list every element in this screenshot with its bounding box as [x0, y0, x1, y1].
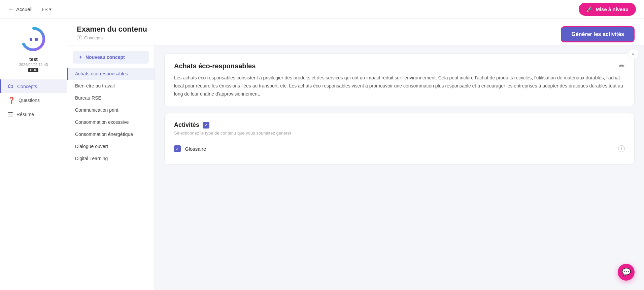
svg-rect-2: [35, 38, 38, 41]
activities-subtitle: Sélectionnez le type de contenu que vous…: [174, 131, 625, 136]
language-selector[interactable]: FR ▾: [42, 7, 51, 12]
body-split: ＋ Nouveau concept Achats éco-responsable…: [67, 45, 644, 290]
glossaire-label: Glossaire: [185, 146, 206, 152]
lang-label: FR: [42, 7, 47, 12]
concept-text: Les achats éco-responsables consistent à…: [174, 74, 625, 98]
info-icon: i: [77, 35, 82, 40]
chat-icon: 💬: [622, 268, 631, 277]
activities-checkbox[interactable]: ✓: [203, 122, 209, 129]
concept-item-consommation-excessive[interactable]: Consommation excessive: [67, 116, 155, 128]
rocket-icon: 🚀: [586, 6, 593, 12]
back-label: Accueil: [16, 6, 32, 12]
chevron-left-icon: «: [632, 51, 635, 57]
svg-rect-1: [30, 38, 32, 41]
chevron-down-icon: ▾: [49, 7, 52, 12]
sidebar-item-concepts[interactable]: 🗂 Concepts: [0, 79, 67, 93]
concept-list-panel: ＋ Nouveau concept Achats éco-responsable…: [67, 45, 155, 290]
edit-icon[interactable]: ✏: [619, 62, 625, 70]
sidebar-nav: 🗂 Concepts ❓ Questions ☰ Résumé: [0, 79, 67, 121]
sidebar-label-concepts: Concepts: [17, 84, 37, 89]
concept-card: Achats éco-responsables ✏ Les achats éco…: [164, 53, 635, 106]
concept-item-achats[interactable]: Achats éco-responsables: [67, 68, 155, 80]
concept-item-dialogue[interactable]: Dialogue ouvert: [67, 140, 155, 152]
sidebar: test 2024/04/02 11:43 PDF 🗂 Concepts ❓ Q…: [0, 19, 67, 290]
activities-title: Activités: [174, 121, 199, 129]
back-button[interactable]: ← Accueil: [8, 6, 32, 13]
breadcrumb-label: Concepts: [84, 35, 103, 40]
new-concept-button[interactable]: ＋ Nouveau concept: [73, 51, 149, 64]
concept-item-communication[interactable]: Communication print: [67, 104, 155, 116]
questions-icon: ❓: [8, 97, 15, 104]
new-concept-label: Nouveau concept: [86, 55, 125, 60]
chat-bubble-button[interactable]: 💬: [618, 264, 635, 281]
concept-title: Achats éco-responsables: [174, 62, 256, 70]
page-title: Examen du contenu: [77, 25, 147, 34]
glossaire-info-icon[interactable]: i: [618, 145, 625, 152]
user-info: test 2024/04/02 11:43 PDF: [19, 57, 48, 73]
logo: [20, 26, 47, 52]
sidebar-item-resume[interactable]: ☰ Résumé: [0, 107, 67, 121]
resume-icon: ☰: [8, 111, 13, 118]
sidebar-item-questions[interactable]: ❓ Questions: [0, 93, 67, 107]
content-area: Examen du contenu i Concepts Générer les…: [67, 19, 644, 290]
upgrade-button[interactable]: 🚀 Mise à niveau: [579, 3, 636, 16]
collapse-button[interactable]: «: [628, 48, 639, 59]
svg-rect-0: [28, 35, 40, 44]
glossaire-row: ✓ Glossaire i: [174, 141, 625, 156]
activities-card: Activités ✓ Sélectionnez le type de cont…: [164, 113, 635, 165]
content-header: Examen du contenu i Concepts Générer les…: [67, 19, 644, 45]
concept-item-digital-learning[interactable]: Digital Learning: [67, 152, 155, 165]
detail-panel: Achats éco-responsables ✏ Les achats éco…: [155, 45, 644, 290]
generate-activities-button[interactable]: Générer les activités: [561, 26, 635, 42]
concept-item-bienetre[interactable]: Bien-être au travail: [67, 80, 155, 92]
plus-icon: ＋: [78, 54, 83, 60]
username: test: [19, 57, 48, 62]
sidebar-label-questions: Questions: [19, 98, 40, 103]
back-arrow-icon: ←: [8, 6, 14, 13]
sidebar-label-resume: Résumé: [16, 112, 34, 117]
concept-item-bureau[interactable]: Bureau RSE: [67, 92, 155, 104]
concepts-icon: 🗂: [8, 83, 14, 90]
breadcrumb: i Concepts: [77, 35, 147, 45]
concept-item-consommation-energetique[interactable]: Consommation énergétique: [67, 128, 155, 140]
glossaire-checkbox[interactable]: ✓: [174, 145, 181, 152]
user-date: 2024/04/02 11:43: [19, 63, 48, 67]
pdf-badge: PDF: [28, 68, 38, 72]
